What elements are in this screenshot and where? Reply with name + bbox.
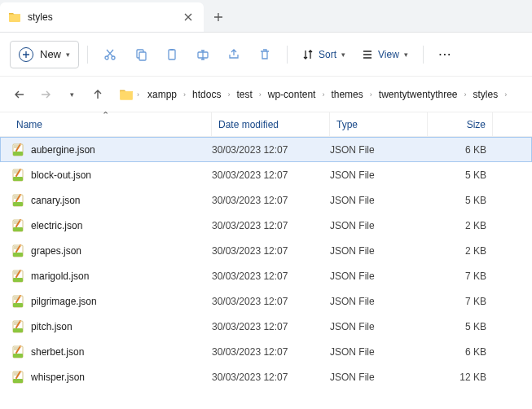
chevron-right-icon: › — [503, 90, 508, 99]
breadcrumb-item[interactable]: styles — [468, 86, 503, 103]
breadcrumb-item[interactable]: htdocs — [187, 86, 226, 103]
delete-button[interactable] — [251, 41, 279, 68]
toolbar: New ▾ Sort ▾ View ▾ ··· — [0, 33, 532, 77]
json-file-icon — [11, 143, 24, 156]
up-button[interactable] — [86, 83, 109, 106]
file-date: 30/03/2023 12:07 — [212, 296, 330, 307]
view-button[interactable]: View ▾ — [355, 41, 415, 68]
file-name: whisper.json — [31, 372, 212, 383]
separator — [287, 46, 288, 64]
forward-button[interactable] — [34, 83, 57, 106]
chevron-right-icon: › — [257, 90, 263, 99]
file-name: canary.json — [31, 195, 212, 206]
chevron-right-icon: › — [226, 90, 231, 99]
breadcrumb-item[interactable]: twentytwentythree — [374, 86, 463, 103]
file-date: 30/03/2023 12:07 — [212, 169, 330, 181]
plus-icon — [213, 12, 223, 22]
more-button[interactable]: ··· — [432, 41, 459, 68]
breadcrumb-item[interactable]: wp-content — [263, 86, 321, 103]
chevron-right-icon: › — [368, 90, 374, 99]
sort-icon — [302, 49, 314, 60]
json-file-icon — [11, 371, 24, 384]
copy-icon — [134, 48, 147, 61]
breadcrumb: › xampp›htdocs›test›wp-content›themes›tw… — [119, 86, 508, 103]
separator — [423, 46, 424, 64]
svg-rect-7 — [169, 50, 175, 59]
new-button[interactable]: New ▾ — [10, 41, 79, 68]
file-row[interactable]: canary.json30/03/2023 12:07JSON File5 KB — [0, 187, 532, 213]
chevron-right-icon: › — [463, 90, 468, 99]
rename-button[interactable] — [189, 41, 217, 68]
chevron-right-icon: › — [135, 90, 141, 99]
file-row[interactable]: aubergine.json30/03/2023 12:07JSON File6… — [0, 137, 532, 162]
tab-bar: styles — [0, 0, 532, 33]
file-row[interactable]: block-out.json30/03/2023 12:07JSON File5… — [0, 162, 532, 187]
file-row[interactable]: electric.json30/03/2023 12:07JSON File2 … — [0, 213, 532, 238]
share-icon — [227, 48, 240, 61]
file-size: 5 KB — [428, 169, 486, 181]
file-list: aubergine.json30/03/2023 12:07JSON File6… — [0, 137, 532, 389]
json-file-icon — [11, 270, 24, 283]
file-size: 2 KB — [428, 220, 486, 231]
svg-rect-6 — [139, 52, 146, 60]
share-button[interactable] — [220, 41, 248, 68]
file-row[interactable]: whisper.json30/03/2023 12:07JSON File12 … — [0, 364, 532, 389]
file-name: marigold.json — [31, 270, 212, 282]
file-type: JSON File — [330, 169, 428, 181]
file-type: JSON File — [330, 144, 428, 156]
file-row[interactable]: grapes.json30/03/2023 12:07JSON File2 KB — [0, 238, 532, 263]
chevron-right-icon: › — [320, 90, 326, 99]
copy-button[interactable] — [127, 41, 155, 68]
file-date: 30/03/2023 12:07 — [212, 270, 330, 282]
paste-button[interactable] — [158, 41, 186, 68]
column-name[interactable]: Name — [0, 112, 212, 136]
new-tab-button[interactable] — [204, 2, 233, 32]
svg-point-4 — [112, 56, 115, 59]
breadcrumb-item[interactable]: themes — [326, 86, 367, 103]
sort-label: Sort — [319, 49, 336, 60]
arrow-left-icon — [14, 89, 25, 100]
column-date[interactable]: Date modified — [212, 112, 330, 136]
sort-button[interactable]: Sort ▾ — [296, 41, 352, 68]
file-date: 30/03/2023 12:07 — [212, 346, 330, 358]
rename-icon — [196, 48, 209, 61]
close-tab-button[interactable] — [181, 10, 196, 24]
file-name: sherbet.json — [31, 346, 212, 358]
back-button[interactable] — [8, 83, 31, 106]
file-date: 30/03/2023 12:07 — [212, 245, 330, 257]
column-size[interactable]: Size — [428, 112, 493, 136]
json-file-icon — [11, 169, 24, 182]
file-date: 30/03/2023 12:07 — [212, 220, 330, 231]
file-type: JSON File — [330, 346, 428, 358]
file-size: 7 KB — [428, 270, 486, 282]
tab-styles[interactable]: styles — [0, 2, 204, 32]
cut-button[interactable] — [96, 41, 124, 68]
svg-point-3 — [105, 56, 108, 59]
file-name: pitch.json — [31, 321, 212, 332]
file-type: JSON File — [330, 296, 428, 307]
arrow-right-icon — [40, 89, 51, 100]
plus-circle-icon — [19, 47, 33, 62]
file-size: 6 KB — [428, 144, 486, 156]
file-row[interactable]: marigold.json30/03/2023 12:07JSON File7 … — [0, 263, 532, 288]
column-type[interactable]: Type — [330, 112, 428, 136]
file-size: 2 KB — [428, 245, 486, 257]
close-icon — [184, 13, 192, 21]
recent-button[interactable]: ▾ — [60, 83, 83, 106]
file-row[interactable]: pilgrimage.json30/03/2023 12:07JSON File… — [0, 288, 532, 314]
json-file-icon — [11, 244, 24, 257]
svg-rect-8 — [170, 49, 174, 51]
file-date: 30/03/2023 12:07 — [212, 372, 330, 383]
json-file-icon — [11, 295, 24, 308]
file-row[interactable]: pitch.json30/03/2023 12:07JSON File5 KB — [0, 314, 532, 339]
file-date: 30/03/2023 12:07 — [212, 321, 330, 332]
json-file-icon — [11, 219, 24, 232]
breadcrumb-item[interactable]: xampp — [143, 86, 182, 103]
new-label: New — [40, 48, 61, 60]
file-name: electric.json — [31, 220, 212, 231]
json-file-icon — [11, 320, 24, 333]
json-file-icon — [11, 194, 24, 207]
file-row[interactable]: sherbet.json30/03/2023 12:07JSON File6 K… — [0, 339, 532, 364]
scissors-icon — [103, 48, 117, 61]
breadcrumb-item[interactable]: test — [231, 86, 257, 103]
